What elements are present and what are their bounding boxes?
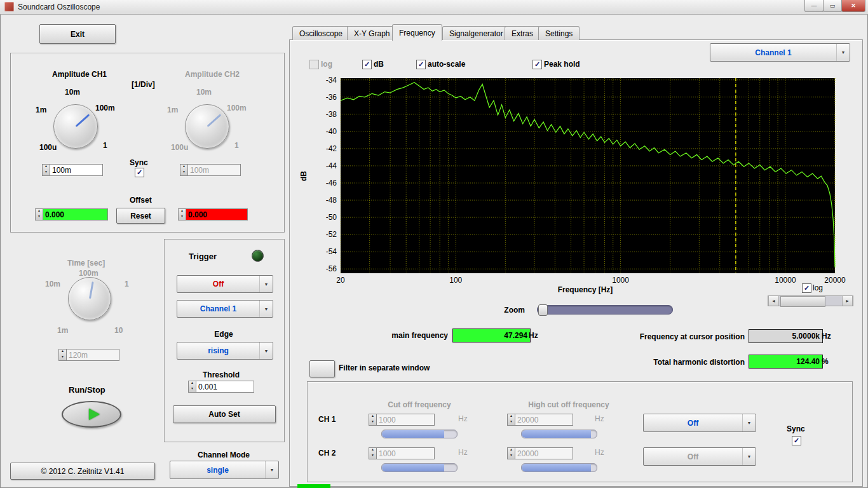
tab-extras[interactable]: Extras	[505, 26, 540, 40]
spin-down-icon[interactable]: ▼	[369, 420, 376, 426]
spectrum-chart[interactable]: -34-36-38-40-42-44-46-48-50-52-54-562010…	[313, 76, 853, 295]
ch1-cutoff-value[interactable]: ▲▼	[369, 414, 435, 426]
reset-button[interactable]: Reset	[116, 208, 165, 224]
offset-label: Offset	[130, 196, 152, 205]
amplitude-ch1-knob[interactable]	[53, 104, 98, 149]
time-input[interactable]	[67, 349, 119, 361]
amplitude-ch2-value[interactable]: ▲▼	[180, 164, 241, 176]
zoom-slider[interactable]	[537, 305, 673, 315]
run-stop-button[interactable]	[62, 401, 121, 428]
offset-ch1[interactable]: ▲▼	[35, 208, 108, 220]
ch2-cutoff-slider[interactable]	[381, 463, 458, 472]
spin-up-icon[interactable]: ▲	[369, 414, 376, 420]
spinner-buttons[interactable]: ▲▼	[369, 414, 377, 426]
minimize-button[interactable]: —	[804, 0, 824, 12]
filter-ch1-label: CH 1	[318, 415, 336, 424]
amplitude-ch2-knob[interactable]	[185, 104, 229, 149]
spin-up-icon[interactable]: ▲	[59, 349, 66, 355]
spinner-buttons[interactable]: ▲▼	[369, 447, 377, 459]
ch1-high-slider[interactable]	[521, 430, 597, 438]
offset-ch2-field[interactable]	[186, 208, 248, 220]
trigger-source-dropdown[interactable]: Channel 1 ▼	[177, 300, 273, 318]
tab-signalgenerator[interactable]: Signalgenerator	[442, 26, 510, 40]
close-button[interactable]: ✕	[841, 0, 865, 12]
amplitude-ch1-input[interactable]	[50, 164, 103, 176]
ch1-high-value[interactable]: ▲▼	[507, 414, 573, 426]
ch2-high-input[interactable]	[515, 447, 573, 459]
ch1-high-input[interactable]	[515, 414, 573, 426]
spin-up-icon[interactable]: ▲	[189, 381, 196, 387]
scroll-left-button[interactable]: ◄	[768, 296, 779, 306]
spin-down-icon[interactable]: ▼	[36, 215, 43, 220]
amplitude-ch2-input[interactable]	[188, 164, 241, 176]
spinner-buttons[interactable]: ▲▼	[507, 447, 515, 459]
spinner-buttons[interactable]: ▲▼	[507, 414, 515, 426]
peakhold-checkbox[interactable]	[532, 60, 542, 69]
zoom-thumb[interactable]	[538, 304, 548, 316]
spin-up-icon[interactable]: ▲	[43, 165, 50, 170]
axis-log-checkbox[interactable]	[802, 283, 811, 293]
spin-up-icon[interactable]: ▲	[180, 165, 187, 170]
exit-button[interactable]: Exit	[39, 24, 116, 44]
edge-label: Edge	[192, 330, 255, 339]
spin-up-icon[interactable]: ▲	[508, 414, 515, 420]
spinner-buttons[interactable]: ▲▼	[188, 381, 196, 393]
filter-sync-checkbox[interactable]	[792, 436, 801, 445]
time-value[interactable]: ▲▼	[58, 349, 119, 361]
tab-settings[interactable]: Settings	[538, 26, 580, 40]
spinner-buttons[interactable]: ▲▼	[178, 208, 186, 220]
spin-up-icon[interactable]: ▲	[369, 448, 376, 454]
spinner-buttons[interactable]: ▲▼	[35, 208, 43, 220]
offset-ch2[interactable]: ▲▼	[178, 208, 248, 220]
sync-checkbox[interactable]	[135, 168, 144, 177]
threshold-input[interactable]	[196, 381, 254, 393]
tab-frequency[interactable]: Frequency	[392, 24, 442, 41]
scroll-thumb[interactable]	[780, 296, 825, 307]
ch2-high-slider[interactable]	[521, 463, 597, 472]
maximize-button[interactable]: ▭	[823, 0, 842, 12]
scroll-right-button[interactable]: ►	[842, 296, 853, 306]
spin-down-icon[interactable]: ▼	[59, 355, 66, 361]
filter-ch2-label: CH 2	[318, 449, 336, 458]
thd-label: Total harmonic distortion	[620, 358, 745, 367]
auto-set-button[interactable]: Auto Set	[173, 405, 276, 423]
ch1-cutoff-input[interactable]	[377, 414, 435, 426]
threshold-value[interactable]: ▲▼	[188, 381, 254, 393]
spin-down-icon[interactable]: ▼	[189, 387, 196, 393]
spinner-buttons[interactable]: ▲▼	[42, 164, 50, 176]
spin-down-icon[interactable]: ▼	[508, 420, 515, 426]
amplitude-ch1-value[interactable]: ▲▼	[42, 164, 103, 176]
ch2-high-value[interactable]: ▲▼	[507, 447, 573, 459]
chart-hscrollbar[interactable]: ◄ ►	[768, 295, 853, 306]
spinner-buttons[interactable]: ▲▼	[58, 349, 67, 361]
spin-down-icon[interactable]: ▼	[179, 215, 186, 220]
ch2-cutoff-input[interactable]	[377, 447, 435, 459]
log-checkbox[interactable]	[309, 60, 319, 69]
offset-ch1-field[interactable]	[43, 208, 108, 220]
spin-down-icon[interactable]: ▼	[508, 454, 515, 459]
main-frequency-unit: Hz	[529, 331, 538, 340]
trigger-edge-dropdown[interactable]: rising ▼	[177, 342, 273, 360]
spin-up-icon[interactable]: ▲	[508, 448, 515, 454]
spin-down-icon[interactable]: ▼	[180, 170, 187, 176]
filter-window-button[interactable]	[309, 360, 335, 377]
channel-select-dropdown[interactable]: Channel 1 ▼	[710, 43, 850, 62]
ch2-cutoff-value[interactable]: ▲▼	[369, 447, 435, 459]
ch2-filter-mode-dropdown[interactable]: Off ▼	[643, 447, 756, 466]
spinner-buttons[interactable]: ▲▼	[180, 164, 188, 176]
spin-up-icon[interactable]: ▲	[36, 209, 43, 215]
spin-down-icon[interactable]: ▼	[369, 454, 376, 459]
tab-oscilloscope[interactable]: Oscilloscope	[292, 26, 349, 40]
scroll-track[interactable]	[779, 296, 842, 306]
knob-tick-100u: 100u	[39, 143, 57, 152]
db-checkbox[interactable]	[362, 60, 372, 69]
trigger-mode-dropdown[interactable]: Off ▼	[177, 275, 273, 293]
time-knob[interactable]	[68, 277, 111, 320]
channel-mode-dropdown[interactable]: single ▼	[170, 461, 279, 479]
tab-xy-graph[interactable]: X-Y Graph	[347, 26, 397, 40]
autoscale-checkbox[interactable]	[416, 60, 426, 69]
spin-up-icon[interactable]: ▲	[179, 209, 186, 215]
ch1-filter-mode-dropdown[interactable]: Off ▼	[643, 414, 756, 432]
ch1-cutoff-slider[interactable]	[381, 430, 458, 438]
spin-down-icon[interactable]: ▼	[43, 170, 50, 176]
